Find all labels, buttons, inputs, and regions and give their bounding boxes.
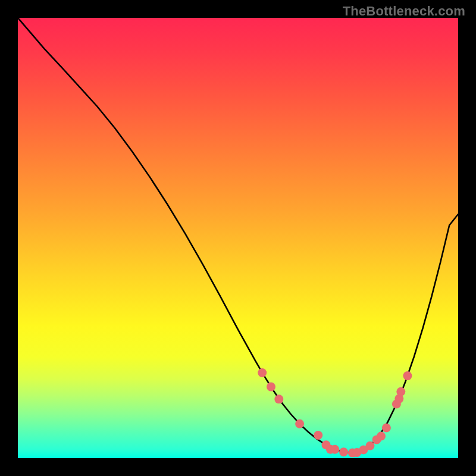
data-point — [330, 445, 339, 454]
curve-markers — [258, 368, 412, 458]
curve-line — [18, 18, 458, 453]
data-point — [403, 371, 412, 380]
data-point — [258, 368, 267, 377]
data-point — [267, 383, 275, 392]
data-point — [274, 394, 283, 403]
chart-svg — [18, 18, 458, 458]
watermark-text: TheBottleneck.com — [343, 4, 465, 19]
data-point — [377, 432, 386, 441]
data-point — [339, 447, 348, 456]
curve-path — [18, 18, 458, 453]
data-point — [382, 423, 391, 432]
data-point — [366, 441, 375, 450]
plot-area — [18, 18, 458, 458]
data-point — [295, 419, 304, 428]
data-point — [314, 431, 322, 440]
chart-frame: TheBottleneck.com — [0, 0, 476, 476]
data-point — [396, 387, 405, 396]
